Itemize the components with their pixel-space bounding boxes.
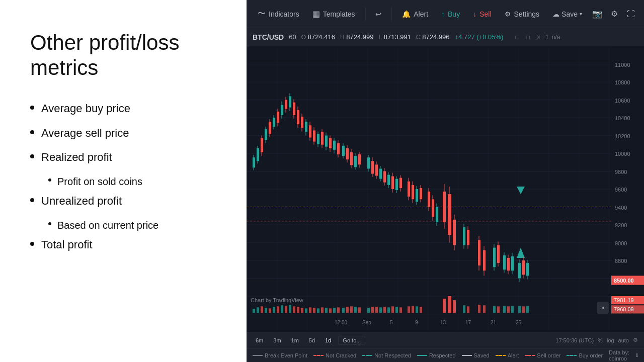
svg-rect-227 [391, 306, 394, 313]
svg-rect-42 [285, 100, 287, 109]
svg-rect-93 [354, 156, 357, 167]
bullet-dot [30, 130, 34, 134]
settings-icon-button[interactable]: ⚙ [607, 6, 621, 22]
svg-rect-229 [399, 307, 402, 313]
right-panel: 〜 Indicators ▦ Templates ↩ 🔔 Alert ↑ Buy… [247, 0, 644, 362]
sub-bullet-dot [48, 178, 51, 182]
svg-text:9000: 9000 [615, 240, 627, 246]
svg-rect-200 [277, 306, 279, 313]
svg-text:10200: 10200 [615, 133, 630, 139]
svg-rect-81 [337, 143, 340, 154]
camera-button[interactable]: 📷 [590, 6, 604, 22]
list-item-realized: Realized profit Profit on sold coins [30, 150, 216, 189]
svg-text:11000: 11000 [615, 62, 630, 68]
cloud-icon: ☁ [552, 10, 559, 18]
svg-rect-66 [317, 134, 319, 144]
sell-button[interactable]: ↓ Sell [468, 7, 496, 21]
camera-icon: 📷 [592, 9, 602, 19]
svg-rect-54 [301, 117, 303, 128]
svg-rect-111 [383, 171, 386, 183]
undo-button[interactable]: ↩ [370, 7, 386, 21]
timeframe-1m[interactable]: 1m [288, 336, 302, 344]
svg-rect-215 [337, 307, 340, 313]
svg-rect-160 [467, 230, 469, 245]
svg-rect-181 [511, 256, 514, 270]
gear-icon: ⚙ [505, 10, 511, 18]
timeframe-1d[interactable]: 1d [322, 336, 334, 344]
svg-rect-198 [269, 308, 271, 313]
svg-text:12:00: 12:00 [335, 320, 347, 325]
svg-rect-207 [305, 308, 307, 313]
legend-sell-order: Sell order [525, 352, 560, 358]
log-button[interactable]: log [607, 337, 614, 343]
bullet-dot [30, 154, 34, 158]
svg-rect-163 [478, 240, 480, 265]
svg-rect-201 [281, 305, 283, 313]
settings-icon-bottom[interactable]: ⚙ [633, 337, 638, 343]
svg-rect-228 [395, 307, 398, 313]
list-item-unrealized: Unrealized profit Based on current price [30, 194, 216, 232]
bottom-bar: 6m 3m 1m 5d 1d Go to... 17:50:36 (UTC) %… [247, 332, 644, 348]
svg-rect-241 [493, 306, 496, 313]
svg-rect-236 [453, 300, 456, 313]
svg-rect-246 [518, 306, 521, 313]
svg-text:21: 21 [491, 320, 497, 325]
unrealized-profit-label: Unrealized profit [41, 194, 122, 209]
goto-button[interactable]: Go to... [338, 336, 365, 345]
fullscreen-button[interactable]: ⛶ [624, 6, 638, 22]
svg-rect-244 [507, 306, 510, 313]
svg-rect-27 [265, 129, 267, 140]
total-profit-label: Total profit [41, 237, 93, 253]
timeframe-5d[interactable]: 5d [306, 336, 318, 344]
svg-text:8800: 8800 [615, 258, 627, 264]
expand-button[interactable]: » [597, 302, 609, 314]
svg-rect-60 [309, 125, 311, 137]
svg-rect-242 [497, 306, 500, 313]
svg-rect-195 [257, 307, 259, 313]
svg-text:9: 9 [415, 320, 418, 325]
auto-button[interactable]: auto [618, 337, 629, 343]
indicators-button[interactable]: 〜 Indicators [253, 6, 304, 22]
svg-rect-90 [350, 152, 353, 165]
templates-button[interactable]: ▦ Templates [307, 6, 360, 22]
list-item-avg-buy: Average buy price [30, 101, 216, 117]
grid-icon: ▦ [312, 9, 320, 19]
data-source: Data by: coinroo [609, 349, 630, 361]
list-item-avg-sell: Average sell price [30, 126, 216, 141]
svg-rect-21 [257, 148, 259, 161]
svg-text:9800: 9800 [615, 169, 627, 175]
svg-rect-39 [281, 105, 283, 115]
svg-rect-117 [391, 176, 394, 189]
timeframe-3m[interactable]: 3m [270, 336, 284, 344]
svg-text:9200: 9200 [615, 222, 627, 228]
realized-profit-label: Realized profit [41, 150, 112, 165]
legend-alert: Alert [496, 352, 519, 358]
svg-text:10800: 10800 [615, 79, 630, 85]
chart-area[interactable]: 11000 10800 10600 10400 10200 10000 9800… [247, 46, 644, 332]
svg-rect-239 [478, 305, 480, 313]
svg-rect-87 [346, 148, 349, 159]
bottom-right-controls: 17:50:36 (UTC) % log auto ⚙ [555, 337, 638, 343]
buy-button[interactable]: ↑ Buy [436, 7, 465, 21]
svg-text:17: 17 [465, 320, 471, 325]
timeframe-6m[interactable]: 6m [253, 336, 266, 344]
legend-not-cracked: Not Cracked [313, 352, 356, 358]
svg-rect-234 [443, 299, 446, 313]
settings-button[interactable]: ⚙ Settings [500, 7, 545, 21]
svg-rect-48 [293, 103, 295, 115]
percent-button[interactable]: % [598, 337, 603, 343]
sub-bullet-dot [48, 222, 51, 225]
chevron-down-icon: ▾ [580, 11, 582, 17]
avg-buy-label: Average buy price [41, 101, 130, 117]
svg-rect-188 [522, 260, 525, 275]
svg-rect-45 [289, 96, 291, 107]
svg-rect-120 [395, 179, 398, 190]
save-button[interactable]: ☁ Save ▾ [547, 7, 587, 21]
svg-rect-243 [503, 306, 506, 313]
svg-rect-132 [416, 189, 418, 202]
toolbar-separator [365, 7, 366, 21]
svg-rect-96 [358, 154, 361, 164]
alert-button[interactable]: 🔔 Alert [397, 7, 433, 21]
svg-text:10600: 10600 [615, 98, 630, 104]
info-icon: ℹ [636, 352, 638, 358]
